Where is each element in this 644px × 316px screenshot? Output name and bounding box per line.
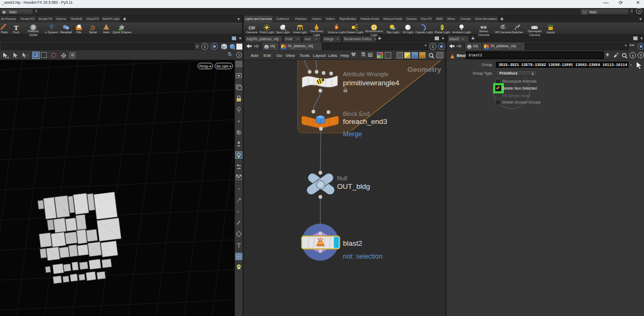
svg-text:foreach_end3: foreach_end3 [343, 117, 387, 126]
svg-text:Merge: Merge [343, 130, 362, 138]
svg-text:Null: Null [337, 175, 347, 181]
svg-text:Geometry: Geometry [407, 65, 442, 74]
svg-text:Attribute Wrangle: Attribute Wrangle [343, 71, 389, 77]
svg-text:Block End: Block End [343, 111, 370, 117]
svg-text:T: T [14, 24, 19, 31]
svg-text:primitivewrangle4: primitivewrangle4 [343, 79, 400, 87]
svg-text:¹²: ¹² [237, 210, 239, 214]
svg-text:not: selection: not: selection [343, 253, 383, 260]
svg-text:blast2: blast2 [343, 239, 362, 247]
svg-text:OUT_bldg: OUT_bldg [337, 182, 370, 190]
